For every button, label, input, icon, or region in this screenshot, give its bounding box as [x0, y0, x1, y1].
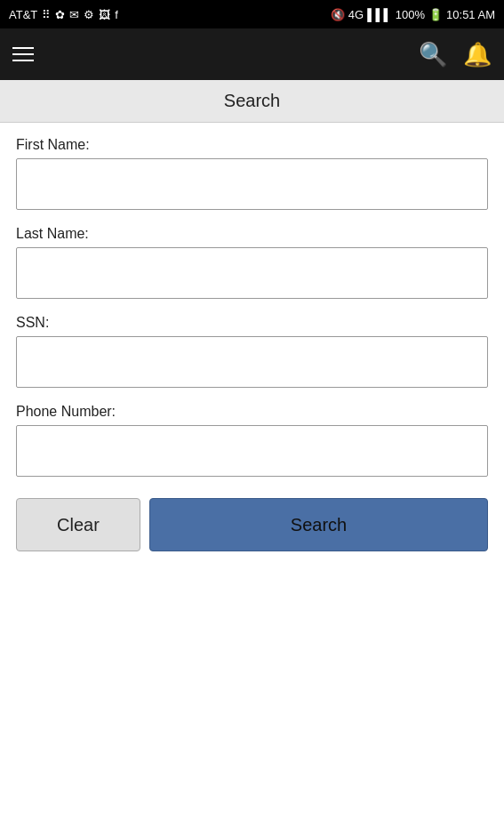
page-title: Search — [224, 91, 280, 110]
status-right: 🔇 4G ▌▌▌ 100% 🔋 10:51 AM — [331, 8, 495, 21]
phone-group: Phone Number: — [16, 404, 488, 477]
image-icon: 🖼 — [99, 8, 110, 21]
battery-label: 100% — [396, 8, 425, 21]
time-label: 10:51 AM — [446, 8, 495, 21]
main-content: First Name: Last Name: SSN: Phone Number… — [0, 123, 504, 836]
ssn-group: SSN: — [16, 315, 488, 388]
hamburger-menu-button[interactable] — [12, 47, 34, 61]
hamburger-line-1 — [12, 47, 34, 49]
status-left: AT&T ⠿ ✿ ✉ ⚙ 🖼 f — [9, 8, 118, 21]
mail-icon: ✉ — [69, 8, 79, 21]
yelp-icon: ✿ — [55, 8, 65, 21]
hamburger-line-3 — [12, 60, 34, 61]
nav-bar: 🔍 🔔 — [0, 28, 504, 80]
last-name-group: Last Name: — [16, 226, 488, 299]
ssn-label: SSN: — [16, 315, 488, 331]
usb-icon: ⚙ — [84, 8, 94, 21]
status-bar: AT&T ⠿ ✿ ✉ ⚙ 🖼 f 🔇 4G ▌▌▌ 100% 🔋 10:51 A… — [0, 0, 504, 28]
signal-dots-icon: ⠿ — [42, 8, 51, 21]
notification-bell-icon[interactable]: 🔔 — [463, 41, 492, 68]
search-icon[interactable]: 🔍 — [419, 41, 447, 68]
facebook-icon: f — [115, 8, 118, 21]
phone-label: Phone Number: — [16, 404, 488, 420]
battery-icon: 🔋 — [428, 8, 443, 21]
first-name-input[interactable] — [16, 158, 488, 210]
first-name-group: First Name: — [16, 137, 488, 210]
clear-button[interactable]: Clear — [16, 498, 140, 551]
signal-bars-icon: ▌▌▌ — [367, 8, 392, 21]
hamburger-line-2 — [12, 53, 34, 55]
button-row: Clear Search — [16, 498, 488, 551]
phone-input[interactable] — [16, 425, 488, 477]
page-title-bar: Search — [0, 80, 504, 123]
nav-right: 🔍 🔔 — [419, 41, 492, 68]
search-button[interactable]: Search — [149, 498, 488, 551]
last-name-input[interactable] — [16, 247, 488, 299]
first-name-label: First Name: — [16, 137, 488, 153]
ssn-input[interactable] — [16, 336, 488, 388]
lte-icon: 4G — [348, 8, 364, 21]
last-name-label: Last Name: — [16, 226, 488, 242]
mute-icon: 🔇 — [331, 8, 345, 21]
carrier-label: AT&T — [9, 8, 37, 21]
